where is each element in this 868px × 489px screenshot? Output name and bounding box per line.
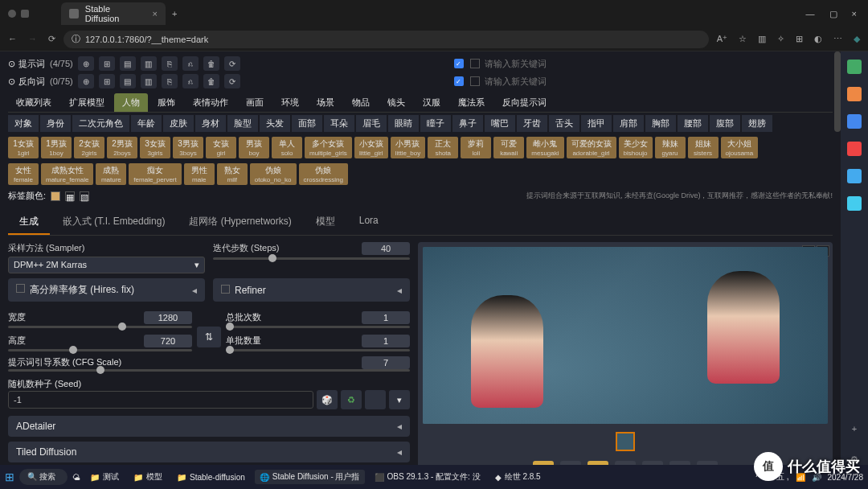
prompt-tool-3[interactable]: ▤ <box>120 56 136 71</box>
tag-button[interactable]: 痴女female_pervert <box>129 163 181 185</box>
tag-button[interactable]: 2女孩2girls <box>74 137 104 158</box>
taskbar-search[interactable]: 🔍 搜索 <box>19 469 68 485</box>
accordion-adetailer[interactable]: ADetailer◂ <box>8 416 410 437</box>
category-tab[interactable]: 服饰 <box>149 93 183 112</box>
subcat-tab[interactable]: 腹部 <box>710 115 740 132</box>
taskbar-edge[interactable]: 🌐Stable Diffusion - 用户指 <box>255 470 365 484</box>
minimize-icon[interactable]: — <box>806 9 815 19</box>
batch-size-value[interactable]: 1 <box>362 335 410 347</box>
maximize-icon[interactable]: ▢ <box>829 9 837 19</box>
tag-button[interactable]: 1女孩1girl <box>8 137 39 158</box>
subcat-tab[interactable]: 眼睛 <box>388 115 419 132</box>
tag-button[interactable]: 3男孩3boys <box>173 137 203 158</box>
extensions-icon[interactable]: ✧ <box>777 34 784 44</box>
taskbar-weather[interactable]: 🌤 <box>72 473 80 482</box>
category-tab[interactable]: 汉服 <box>415 93 448 112</box>
prompt-checkbox[interactable]: ✓ <box>454 59 464 68</box>
sidebar-icon-5[interactable] <box>847 169 862 183</box>
subcat-tab[interactable]: 面部 <box>292 115 322 132</box>
hires-accordion[interactable]: 高分辨率修复 (Hires. fix)◂ <box>8 278 205 302</box>
subcat-tab[interactable]: 头发 <box>260 115 290 132</box>
tag-button[interactable]: 女性female <box>8 163 39 185</box>
subcat-tab[interactable]: 身份 <box>40 115 71 132</box>
batch-count-value[interactable]: 1 <box>362 311 410 324</box>
sidebar-icon-1[interactable] <box>847 60 862 74</box>
category-tab[interactable]: 场景 <box>309 93 342 112</box>
steps-value[interactable]: 40 <box>362 242 410 255</box>
batch-count-slider[interactable] <box>226 326 410 328</box>
close-window-icon[interactable]: × <box>852 9 857 19</box>
swap-dims-button[interactable]: ⇅ <box>197 327 221 347</box>
tag-button[interactable]: 3女孩3girls <box>140 137 170 158</box>
back-icon[interactable]: ← <box>8 34 17 44</box>
subcat-tab[interactable]: 翅膀 <box>742 115 772 132</box>
menu-icon[interactable]: ⋯ <box>833 34 842 44</box>
gen-tab[interactable]: 模型 <box>305 210 346 235</box>
new-tab-button[interactable]: + <box>172 9 177 18</box>
tag-button[interactable]: 可爱的女孩adorable_girl <box>567 137 616 158</box>
chevron-icon[interactable]: ⊙ <box>8 76 15 87</box>
neg-tool-1[interactable]: ⊕ <box>78 74 94 88</box>
neg-tool-6[interactable]: ⎌ <box>182 74 199 88</box>
tag-button[interactable]: 2男孩2boys <box>107 137 137 158</box>
tag-button[interactable]: 小男孩little_boy <box>391 137 426 158</box>
tag-button[interactable]: 熟女milf <box>217 163 248 185</box>
prompt-checkbox-2[interactable] <box>470 59 480 68</box>
height-value[interactable]: 720 <box>144 335 192 347</box>
gen-tab[interactable]: 超网络 (Hypernetworks) <box>178 210 302 235</box>
tag-button[interactable]: 伪娘crossdressing <box>299 163 348 185</box>
taskbar-folder-3[interactable]: 📁Stable-diffusion <box>172 471 250 483</box>
tag-button[interactable]: 正太shota <box>428 137 458 158</box>
subcat-tab[interactable]: 鼻子 <box>452 115 483 132</box>
prompt-tool-6[interactable]: ⎌ <box>182 56 199 71</box>
steps-slider[interactable] <box>213 257 410 260</box>
copilot-icon[interactable]: ◆ <box>854 34 860 44</box>
favorite-icon[interactable]: ☆ <box>739 34 747 44</box>
subcat-tab[interactable]: 对象 <box>8 115 39 132</box>
gen-tab[interactable]: 嵌入式 (T.I. Embedding) <box>51 210 176 235</box>
taskbar-folder-2[interactable]: 📁模型 <box>129 470 167 484</box>
taskbar-app[interactable]: ◆绘世 2.8.5 <box>490 470 546 484</box>
subcat-tab[interactable]: 耳朵 <box>324 115 354 132</box>
subcat-tab[interactable]: 肩部 <box>613 115 644 132</box>
neg-tool-2[interactable]: ⊞ <box>99 74 115 88</box>
category-tab[interactable]: 环境 <box>273 93 307 112</box>
category-tab[interactable]: 扩展模型 <box>61 93 113 112</box>
seed-caret[interactable]: ▾ <box>389 390 410 409</box>
category-tab[interactable]: 物品 <box>344 93 378 112</box>
prompt-tool-1[interactable]: ⊕ <box>78 56 94 71</box>
subcat-tab[interactable]: 嘴巴 <box>485 115 515 132</box>
sidebar-icon-4[interactable] <box>847 142 862 156</box>
subcat-tab[interactable]: 眉毛 <box>356 115 387 132</box>
subcat-tab[interactable]: 瞳子 <box>420 115 451 132</box>
gen-tab[interactable]: 生成 <box>8 210 50 235</box>
color-swatch-3[interactable]: ▧ <box>80 191 89 201</box>
output-image[interactable] <box>423 247 828 424</box>
subcat-tab[interactable]: 皮肤 <box>163 115 194 132</box>
neg-checkbox-2[interactable] <box>470 76 480 86</box>
tag-button[interactable]: 辣妹gyaru <box>655 137 686 158</box>
subcat-tab[interactable]: 身材 <box>195 115 226 132</box>
dice-icon[interactable]: 🎲 <box>317 390 338 409</box>
seed-input[interactable] <box>8 391 313 409</box>
keyword-input[interactable] <box>485 59 581 68</box>
refiner-accordion[interactable]: Refiner◂ <box>213 278 410 302</box>
tag-button[interactable]: 美少女bishoujo <box>619 137 653 158</box>
apps-icon[interactable]: ⊞ <box>796 34 803 44</box>
tag-button[interactable]: 姐妹sisters <box>688 137 719 158</box>
tag-button[interactable]: 成熟女性mature_female <box>41 163 93 185</box>
sidebar-icon-2[interactable] <box>847 87 862 101</box>
subcat-tab[interactable]: 二次元角色 <box>72 115 129 132</box>
category-tab[interactable]: 画面 <box>238 93 272 112</box>
profile-icon[interactable]: ◐ <box>814 34 822 44</box>
batch-size-slider[interactable] <box>226 349 410 351</box>
subcat-tab[interactable]: 牙齿 <box>517 115 547 132</box>
forward-icon[interactable]: → <box>28 34 37 44</box>
taskbar-folder-1[interactable]: 📁测试 <box>85 470 124 484</box>
tag-button[interactable]: 伪娘otoko_no_ko <box>250 163 297 185</box>
address-bar[interactable]: ⓘ 127.0.0.1:7860/?__theme=dark <box>63 31 709 48</box>
tag-button[interactable]: 雌小鬼mesugaki <box>526 137 563 158</box>
info-icon[interactable]: ⓘ <box>72 33 80 45</box>
category-tab[interactable]: 镜头 <box>379 93 413 112</box>
taskbar-obs[interactable]: ⬛OBS 29.1.3 - 配置文件: 没 <box>370 470 485 484</box>
